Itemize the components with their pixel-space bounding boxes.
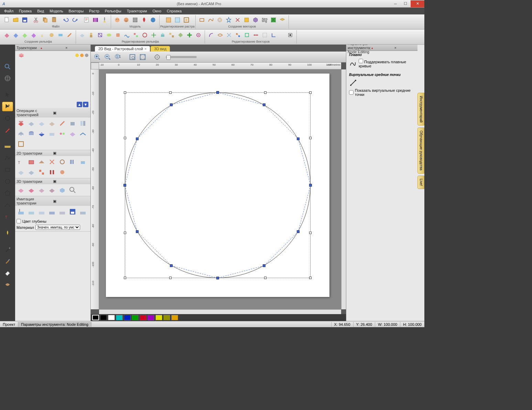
canvas[interactable] — [99, 69, 341, 309]
relief-2-icon[interactable] — [12, 31, 20, 39]
traj-3d-2-icon[interactable] — [26, 185, 36, 195]
node-point[interactable] — [123, 184, 126, 187]
scrollbar-horizontal[interactable] — [99, 309, 341, 314]
bulb-yellow-icon[interactable] — [75, 54, 79, 57]
bulb-grey-icon[interactable] — [85, 54, 88, 57]
vec-star-icon[interactable] — [225, 16, 233, 24]
tab-close-icon[interactable]: × — [144, 47, 146, 51]
smooth-checkbox[interactable]: Поддерживать плавные кривые — [359, 59, 415, 68]
vec-pattern-icon[interactable] — [269, 16, 278, 24]
vec-shape-icon[interactable] — [242, 16, 251, 24]
vedit-target-icon[interactable] — [286, 31, 294, 39]
traj-sim-3-icon[interactable] — [37, 207, 46, 217]
vec-offset-icon[interactable] — [216, 16, 224, 24]
collapse-icon[interactable]: ▣ — [53, 151, 89, 155]
fill-tool-icon[interactable] — [2, 228, 13, 238]
node-point[interactable] — [170, 264, 173, 267]
color-swatch[interactable] — [171, 315, 178, 320]
relief-6-icon[interactable] — [56, 31, 65, 39]
text-tool-icon[interactable]: T — [2, 212, 13, 221]
arrow-up-icon[interactable]: ▲ — [77, 102, 82, 107]
traj-op-3-icon[interactable] — [37, 119, 46, 128]
panel-close-icon[interactable]: × — [394, 46, 416, 50]
traj-2d-12-icon[interactable] — [57, 167, 67, 177]
traj-op-8-icon[interactable] — [16, 129, 26, 138]
tab-3d-view[interactable]: 3D вид — [151, 46, 170, 52]
grid-model-icon[interactable] — [131, 16, 139, 24]
traj-sim-1-icon[interactable] — [16, 207, 26, 217]
menu-model[interactable]: Модель — [47, 8, 66, 14]
color-swatch[interactable] — [108, 315, 115, 320]
library-icon[interactable] — [91, 16, 100, 24]
select-tool-icon[interactable] — [2, 90, 13, 100]
traj-2d-11-icon[interactable] — [47, 167, 57, 177]
traj-2d-5-icon[interactable] — [57, 157, 67, 167]
traj-2d-6-icon[interactable] — [68, 157, 77, 167]
node-point[interactable] — [216, 277, 219, 279]
traj-3d-6-icon[interactable] — [68, 185, 77, 195]
node-point[interactable] — [309, 184, 312, 187]
node-point[interactable] — [136, 230, 139, 233]
node-point[interactable] — [136, 137, 139, 140]
vec-plate-icon[interactable] — [278, 16, 286, 24]
color-swatch[interactable] — [100, 315, 107, 320]
vec-3d-icon[interactable] — [251, 16, 260, 24]
traj-2d-1-icon[interactable]: T — [16, 157, 26, 167]
tool-db-icon[interactable] — [100, 16, 109, 24]
traj-layers-icon[interactable] — [17, 52, 25, 59]
traj-op-4-icon[interactable] — [47, 119, 57, 128]
trajectories-panel-header[interactable]: Траектории ⬥ × — [15, 45, 90, 51]
relief-1-icon[interactable] — [3, 31, 11, 39]
menu-toolpaths[interactable]: Траектории — [124, 8, 150, 14]
eraser-tool-icon[interactable] — [2, 268, 13, 278]
relief-3-icon[interactable] — [21, 31, 29, 39]
panel-close-icon[interactable]: × — [65, 46, 89, 50]
side-tab-tools[interactable]: Инструментарий — [417, 93, 424, 125]
view-settings-icon[interactable] — [153, 53, 162, 62]
right-panel-header[interactable]: Параметры инструмента: Node Editing ⬥ × — [346, 45, 417, 51]
traj-op-12-icon[interactable] — [57, 129, 67, 138]
vec-convert-icon[interactable] — [234, 16, 242, 24]
menu-window[interactable]: Окно — [150, 8, 164, 14]
side-tab-live[interactable]: Live! — [417, 176, 424, 189]
face-sculpt-icon[interactable] — [122, 16, 130, 24]
leaf-icon[interactable] — [140, 16, 148, 24]
titlebar[interactable]: A (Без имени) - ArtCAM Pro ─ ☐ ✕ — [0, 0, 424, 8]
undo-icon[interactable] — [62, 16, 70, 24]
virtual-midpoints-checkbox[interactable]: Показать виртуальные средние точки — [349, 88, 415, 97]
traj-2d-10-icon[interactable] — [37, 167, 46, 177]
scrollbar-vertical[interactable] — [341, 69, 346, 309]
menu-vectors[interactable]: Векторы — [66, 8, 86, 14]
maximize-button[interactable]: ☐ — [401, 0, 410, 7]
copy-icon[interactable] — [41, 16, 50, 24]
raster-edit2-icon[interactable] — [173, 16, 182, 24]
node-point[interactable] — [216, 91, 219, 94]
redit-3-icon[interactable] — [96, 31, 104, 39]
nesting-icon[interactable]: Nesting — [260, 16, 269, 24]
arrow-down-icon[interactable]: ▼ — [83, 102, 88, 107]
traj-3d-5-icon[interactable] — [57, 185, 67, 195]
traj-op-9-icon[interactable] — [26, 129, 36, 138]
zoom-out-icon[interactable] — [103, 53, 112, 62]
zoom-all-icon[interactable] — [138, 53, 147, 62]
notes-icon[interactable] — [83, 16, 91, 24]
traj-op-2-icon[interactable] — [26, 119, 36, 128]
material-select[interactable]: Значен. имитац. по умолч. — [35, 225, 80, 230]
color-swatch[interactable] — [148, 315, 154, 320]
raster-edit1-icon[interactable] — [164, 16, 173, 24]
redit-13-icon[interactable] — [194, 31, 203, 39]
traj-sim-7-icon[interactable] — [78, 207, 88, 217]
color-swatch[interactable] — [116, 315, 123, 320]
new-file-icon[interactable] — [3, 16, 11, 24]
node-edit-tool-icon[interactable] — [2, 102, 13, 111]
sculpt-tool-icon[interactable] — [2, 280, 13, 289]
color-swatch[interactable] — [124, 315, 131, 320]
polyline-tool-icon[interactable] — [2, 153, 13, 163]
vedit-6-icon[interactable] — [252, 31, 260, 39]
node-point[interactable] — [263, 264, 265, 267]
redo-icon[interactable] — [71, 16, 79, 24]
menu-reliefs[interactable]: Рельефы — [102, 8, 124, 14]
paste-icon[interactable] — [50, 16, 58, 24]
relief-5-icon[interactable] — [47, 31, 56, 39]
raster-edit3-icon[interactable] — [182, 16, 191, 24]
